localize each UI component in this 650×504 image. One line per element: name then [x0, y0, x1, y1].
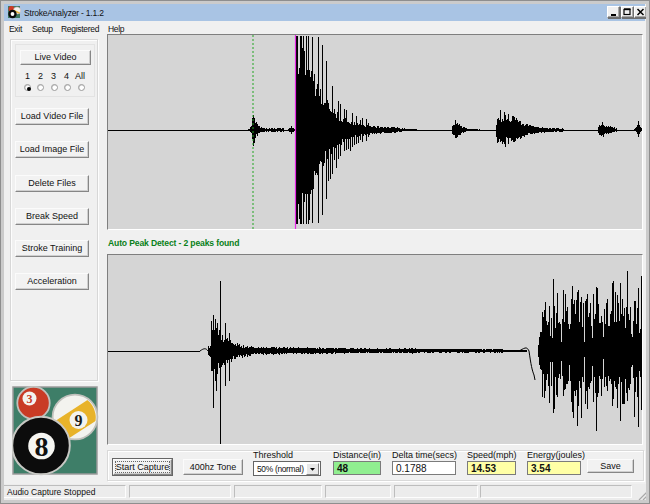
svg-text:3: 3: [27, 392, 33, 406]
svg-text:8: 8: [35, 431, 49, 462]
svg-text:9: 9: [75, 412, 83, 429]
